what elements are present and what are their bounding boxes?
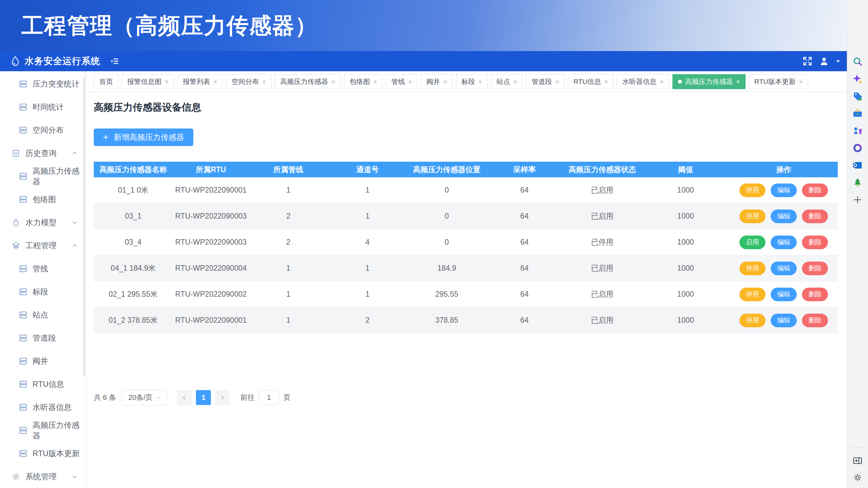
close-icon[interactable]: × (555, 78, 559, 85)
sidebar-scrollbar[interactable] (83, 77, 85, 377)
search-icon[interactable] (852, 56, 863, 68)
table-cell: 04_1 184.9米 (94, 263, 173, 273)
panel-collapse-icon[interactable] (852, 455, 863, 466)
page-number-button[interactable]: 1 (196, 390, 211, 405)
sidebar-item[interactable]: 压力突变统计 (0, 72, 86, 95)
goto-page-input[interactable] (258, 390, 279, 405)
tree-icon[interactable] (852, 177, 863, 188)
tab[interactable]: 管线× (386, 74, 417, 89)
edit-button[interactable]: 编辑 (771, 209, 797, 223)
edit-button[interactable]: 编辑 (771, 288, 797, 301)
edit-button[interactable]: 编辑 (771, 184, 797, 197)
settings-gear-icon[interactable] (852, 472, 863, 483)
shopping-icon[interactable] (852, 91, 863, 102)
sidebar-item[interactable]: 时间统计 (0, 95, 86, 119)
sidebar-item[interactable]: 空间分布 (0, 119, 86, 141)
tab[interactable]: 标段× (456, 74, 488, 89)
close-icon[interactable]: × (214, 78, 217, 85)
table-cell: 2 (328, 316, 408, 325)
close-icon[interactable]: × (331, 78, 335, 85)
tab[interactable]: 站点× (491, 74, 523, 89)
close-icon[interactable]: × (165, 78, 168, 85)
tab-label: 报警信息图 (127, 77, 161, 86)
close-icon[interactable]: × (408, 78, 412, 85)
sidebar-item[interactable]: 包络图 (0, 188, 86, 211)
delete-button[interactable]: 删除 (802, 288, 828, 301)
sidebar-item[interactable]: 工程管理 (0, 234, 86, 257)
tab[interactable]: RTU信息× (568, 74, 614, 89)
close-icon[interactable]: × (736, 78, 740, 85)
chevron-right-icon (219, 394, 225, 401)
next-page-button[interactable] (215, 390, 230, 405)
fullscreen-icon[interactable] (802, 56, 813, 67)
table-cell: 01_1 0米 (94, 185, 173, 195)
menu-fold-icon[interactable] (110, 57, 119, 66)
disable-button[interactable]: 停用 (739, 314, 766, 327)
sidebar-item[interactable]: 系统管理 (0, 465, 86, 488)
sidebar-item[interactable]: 站点 (0, 303, 86, 326)
disable-button[interactable]: 停用 (739, 184, 766, 197)
sidebar-item[interactable]: RTU版本更新 (0, 442, 86, 465)
grid-icon (19, 311, 27, 319)
sidebar-item[interactable]: 水力模型 (0, 211, 86, 234)
edit-button[interactable]: 编辑 (771, 235, 797, 249)
tab[interactable]: 包络图× (344, 74, 383, 89)
user-avatar-icon[interactable] (819, 56, 829, 66)
tab[interactable]: 阀井× (421, 74, 453, 89)
sidebar-item[interactable]: 高频压力传感器 (0, 419, 86, 442)
close-icon[interactable]: × (443, 78, 447, 85)
delete-button[interactable]: 删除 (802, 262, 828, 275)
app-brand: 水务安全运行系统 (25, 55, 100, 67)
sidebar-item-label: 压力突变统计 (33, 79, 80, 89)
tab[interactable]: 水听器信息× (617, 74, 669, 89)
close-icon[interactable]: × (660, 78, 663, 85)
sidebar-item[interactable]: RTU信息 (0, 372, 86, 396)
close-icon[interactable]: × (262, 78, 266, 85)
tab[interactable]: 报警列表× (177, 74, 223, 89)
sidebar-item[interactable]: 阀井 (0, 349, 86, 372)
tab[interactable]: RTU版本更新× (749, 74, 808, 89)
delete-button[interactable]: 删除 (802, 314, 828, 327)
tab[interactable]: 空间分布× (226, 74, 272, 89)
delete-button[interactable]: 删除 (802, 184, 828, 197)
sidebar-item[interactable]: 水听器信息 (0, 396, 86, 419)
copilot-icon[interactable] (852, 73, 863, 85)
tab[interactable]: 高频压力传感器× (275, 74, 341, 89)
close-icon[interactable]: × (478, 78, 482, 85)
close-icon[interactable]: × (799, 78, 803, 85)
grid-icon (19, 264, 27, 273)
prev-page-button[interactable] (177, 390, 192, 405)
sidebar-item[interactable]: 历史查询 (0, 141, 86, 165)
enable-button[interactable]: 启用 (739, 235, 766, 249)
disable-button[interactable]: 停用 (739, 288, 766, 301)
delete-button[interactable]: 删除 (802, 209, 828, 223)
page-size-select[interactable]: 20条/页 (122, 390, 168, 405)
tab-active[interactable]: 高频压力传感器× (673, 74, 746, 89)
caret-down-icon[interactable] (835, 58, 841, 64)
toolbox-icon[interactable] (852, 108, 863, 120)
delete-button[interactable]: 删除 (802, 235, 828, 249)
tab[interactable]: 管道段× (526, 74, 565, 89)
outlook-icon[interactable] (852, 159, 863, 171)
sidebar-item[interactable]: 管道段 (0, 326, 86, 349)
edit-button[interactable]: 编辑 (771, 314, 797, 327)
table-cell: 2 (249, 212, 328, 221)
close-icon[interactable]: × (373, 78, 377, 85)
sidebar-item[interactable]: 高频压力传感器 (0, 165, 86, 188)
close-icon[interactable]: × (514, 78, 518, 85)
table-cell: 03_4 (94, 238, 173, 247)
add-icon[interactable] (852, 194, 863, 206)
games-icon[interactable] (852, 125, 863, 137)
sidebar-item[interactable]: 标段 (0, 280, 86, 303)
tab[interactable]: 报警信息图× (122, 74, 174, 89)
sidebar-item[interactable]: 管线 (0, 257, 86, 280)
edit-button[interactable]: 编辑 (771, 262, 797, 275)
disable-button[interactable]: 停用 (739, 262, 766, 275)
tab[interactable]: 首页 (94, 74, 119, 89)
disable-button[interactable]: 停用 (739, 209, 766, 223)
grid-icon (19, 172, 27, 181)
add-sensor-button[interactable]: + 新增高频压力传感器 (94, 129, 193, 146)
table-cell: 01_2 378.85米 (94, 315, 173, 325)
close-icon[interactable]: × (604, 78, 608, 85)
m365-icon[interactable] (852, 142, 863, 154)
